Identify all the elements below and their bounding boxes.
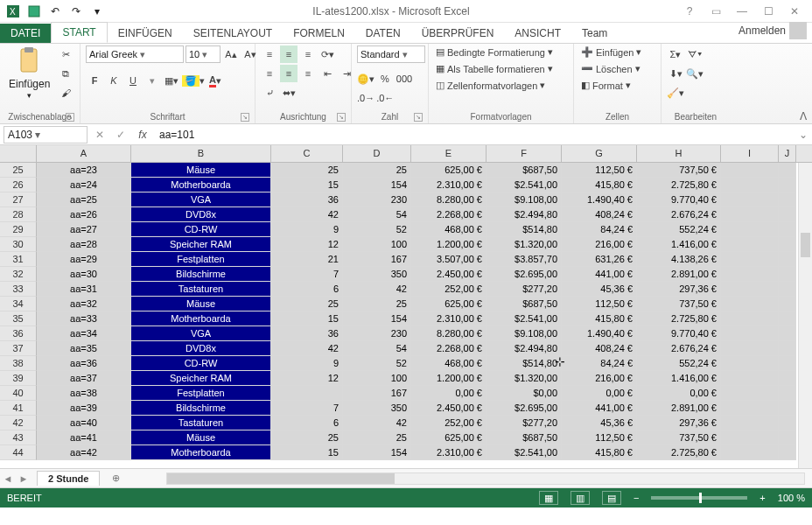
cell[interactable]: Festplatten — [131, 252, 271, 267]
cell[interactable] — [779, 401, 796, 416]
row-header[interactable]: 32 — [0, 267, 37, 282]
cell[interactable]: 154 — [343, 445, 411, 460]
view-normal-icon[interactable]: ▦ — [539, 491, 558, 505]
cell[interactable]: 2.268,00 € — [411, 207, 486, 222]
cell[interactable]: Mäuse — [131, 430, 271, 445]
minimize-icon[interactable]: — — [730, 3, 754, 20]
cell[interactable]: 2.725,80 € — [637, 312, 721, 326]
cell[interactable]: 112,50 € — [562, 163, 637, 178]
column-header[interactable]: H — [637, 145, 721, 162]
orientation-icon[interactable]: ⟳▾ — [318, 46, 336, 63]
cell[interactable]: aa=29 — [37, 252, 131, 267]
cell-styles-button[interactable]: ◫Zellenformatvorlagen ▾ — [434, 79, 547, 92]
format-painter-icon[interactable]: 🖌 — [57, 84, 74, 102]
cell[interactable]: 15 — [271, 445, 343, 460]
cell[interactable]: 84,24 € — [562, 222, 637, 237]
comma-icon[interactable]: 000 — [396, 70, 413, 88]
cell[interactable]: $0,00 — [486, 386, 562, 401]
cell[interactable]: 1.200,00 € — [411, 237, 486, 252]
cell[interactable]: 350 — [343, 401, 411, 416]
sort-filter-icon[interactable]: ᗊ▾ — [686, 46, 704, 63]
cell[interactable] — [721, 430, 779, 445]
percent-icon[interactable]: % — [376, 70, 394, 88]
cell[interactable]: $2.494,80 — [486, 341, 562, 356]
save-icon[interactable] — [26, 4, 42, 19]
cell[interactable] — [779, 297, 796, 312]
cell[interactable]: 21 — [271, 252, 343, 267]
close-icon[interactable]: ✕ — [782, 3, 807, 20]
zoom-slider[interactable] — [651, 496, 747, 500]
align-bottom-icon[interactable]: ≡ — [299, 46, 317, 63]
cell[interactable] — [779, 207, 796, 222]
column-header[interactable]: F — [486, 145, 562, 162]
cell[interactable]: 216,00 € — [562, 237, 637, 252]
cell[interactable]: 112,50 € — [562, 430, 637, 445]
cell[interactable]: 625,00 € — [411, 430, 486, 445]
cell[interactable]: aa=25 — [37, 192, 131, 207]
cell[interactable]: 9.770,40 € — [637, 326, 721, 341]
cells-insert-button[interactable]: ➕Einfügen ▾ — [579, 46, 643, 59]
collapse-ribbon-icon[interactable]: ᐱ — [800, 110, 807, 122]
cell[interactable]: $2.695,00 — [486, 267, 562, 282]
cell[interactable]: $3.857,70 — [486, 252, 562, 267]
cell[interactable]: 2.450,00 € — [411, 267, 486, 282]
cell[interactable] — [779, 312, 796, 326]
cell[interactable]: 42 — [343, 282, 411, 297]
row-header[interactable]: 33 — [0, 282, 37, 297]
cell[interactable]: 25 — [343, 163, 411, 178]
cell[interactable]: 52 — [343, 356, 411, 371]
view-page-layout-icon[interactable]: ▥ — [570, 491, 590, 505]
name-box[interactable]: A103▾ — [4, 126, 88, 144]
row-header[interactable]: 30 — [0, 237, 37, 252]
cell[interactable]: 9 — [271, 222, 343, 237]
cell[interactable]: Festplatten — [131, 386, 271, 401]
italic-button[interactable]: K — [105, 72, 122, 89]
cell[interactable]: aa=28 — [37, 237, 131, 252]
cell[interactable]: 36 — [271, 192, 343, 207]
currency-icon[interactable]: 🪙▾ — [357, 70, 374, 88]
cell[interactable]: aa=24 — [37, 178, 131, 192]
row-header[interactable]: 29 — [0, 222, 37, 237]
cell[interactable]: Tastaturen — [131, 282, 271, 297]
cell[interactable]: aa=35 — [37, 341, 131, 356]
cell[interactable] — [779, 386, 796, 401]
cell[interactable]: 737,50 € — [637, 163, 721, 178]
cell[interactable]: 468,00 € — [411, 356, 486, 371]
align-middle-icon[interactable]: ≡ — [280, 46, 298, 63]
cell[interactable]: 25 — [343, 297, 411, 312]
cell[interactable]: Bildschirme — [131, 267, 271, 282]
cell[interactable]: $514,80 — [486, 356, 562, 371]
select-all-corner[interactable] — [0, 145, 37, 162]
cell[interactable]: Motherboarda — [131, 445, 271, 460]
cell[interactable]: aa=27 — [37, 222, 131, 237]
cell[interactable]: 2.891,00 € — [637, 267, 721, 282]
column-header[interactable]: D — [343, 145, 411, 162]
increase-font-icon[interactable]: A▴ — [222, 46, 240, 63]
cell[interactable]: 2.310,00 € — [411, 178, 486, 192]
cell[interactable]: aa=39 — [37, 401, 131, 416]
column-header[interactable]: A — [37, 145, 131, 162]
cell[interactable]: 42 — [271, 207, 343, 222]
cell[interactable]: aa=26 — [37, 207, 131, 222]
cell[interactable]: 631,26 € — [562, 252, 637, 267]
tab-start[interactable]: START — [51, 22, 107, 43]
row-header[interactable]: 26 — [0, 178, 37, 192]
cell[interactable]: CD-RW — [131, 222, 271, 237]
cancel-formula-icon[interactable]: ✕ — [89, 129, 110, 141]
cell[interactable] — [721, 386, 779, 401]
cell[interactable]: 1.416,00 € — [637, 237, 721, 252]
cell[interactable] — [721, 192, 779, 207]
zoom-out-icon[interactable]: − — [634, 493, 639, 503]
row-header[interactable]: 25 — [0, 163, 37, 178]
row-header[interactable]: 37 — [0, 341, 37, 356]
cell[interactable]: 6 — [271, 416, 343, 430]
cell[interactable]: 2.676,24 € — [637, 207, 721, 222]
row-header[interactable]: 34 — [0, 297, 37, 312]
cell[interactable]: 4.138,26 € — [637, 252, 721, 267]
cell[interactable]: 2.310,00 € — [411, 312, 486, 326]
cell[interactable]: aa=23 — [37, 163, 131, 178]
cell[interactable]: 230 — [343, 192, 411, 207]
cell[interactable]: DVD8x — [131, 341, 271, 356]
cell[interactable]: Bildschirme — [131, 401, 271, 416]
cell[interactable]: $9.108,00 — [486, 192, 562, 207]
